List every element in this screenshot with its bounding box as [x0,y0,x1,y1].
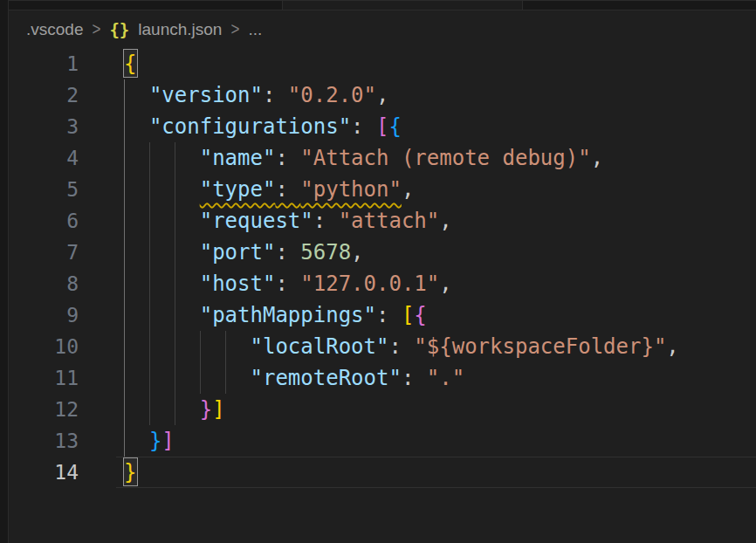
code-editor[interactable]: 1{2 "version": "0.2.0",3 "configurations… [9,48,756,488]
code-token [124,114,149,139]
line-number[interactable]: 1 [9,48,79,79]
code-line-content[interactable]: "version": "0.2.0", [124,79,756,111]
indent-guide [149,205,150,237]
code-token: , [591,146,603,170]
code-token [124,177,200,202]
code-token: "${workspaceFolder}" [414,334,666,359]
code-token: : [275,240,300,265]
breadcrumb-file[interactable]: launch.json [138,20,222,39]
code-line-content[interactable]: }] [124,394,756,425]
code-line-content[interactable]: "localRoot": "${workspaceFolder}", [124,331,756,362]
indent-guide [149,299,150,331]
code-line-content[interactable]: "request": "attach", [124,205,756,237]
indent-guide [149,142,150,174]
code-token: "version" [149,83,263,107]
line-number[interactable]: 9 [9,299,79,331]
line-number[interactable]: 10 [9,331,79,362]
code-token: "python" [300,177,402,202]
code-token: , [439,272,451,296]
tab-separator [282,1,283,10]
json-braces-icon: {} [109,20,129,39]
code-token [124,272,200,296]
indent-guide [149,237,150,268]
indent-guide [124,394,125,425]
code-token: ] [162,429,174,453]
code-token: : [275,272,300,296]
code-token: "name" [200,146,276,170]
code-line-content[interactable]: { [124,48,756,79]
code-token: "localRoot" [251,334,389,359]
code-token: : [388,334,414,359]
line-number[interactable]: 5 [9,174,79,205]
code-token: "Attach (remote debug)" [300,146,590,170]
code-line: 2 "version": "0.2.0", [9,79,756,111]
code-token: "127.0.0.1" [300,272,439,296]
line-number[interactable]: 7 [9,237,79,268]
indent-guide [175,174,175,205]
indent-guide [124,331,125,362]
code-line-content[interactable]: "remoteRoot": "." [124,362,756,394]
indent-guide [175,362,175,394]
indent-guide [175,331,175,362]
code-token: , [402,177,414,202]
chevron-right-icon: > [92,19,100,39]
code-token: { [124,52,136,76]
indent-guide [124,268,125,299]
line-number[interactable]: 14 [9,457,79,488]
indent-guide [149,268,150,299]
code-token: { [414,303,426,327]
code-token: "pathMappings" [200,303,376,327]
code-line-content[interactable]: "pathMappings": [{ [124,299,756,331]
breadcrumb-symbol-more[interactable]: ... [248,20,262,39]
code-token: "0.2.0" [288,83,376,107]
code-token [124,303,200,327]
code-line-content[interactable]: "type": "python", [124,174,756,205]
code-line-content[interactable]: "name": "Attach (remote debug)", [124,142,756,174]
code-token: : [402,366,427,390]
indent-guide [175,394,175,425]
line-number[interactable]: 11 [9,362,79,394]
code-line-content[interactable]: }] [124,425,756,457]
code-token: "host" [200,272,276,296]
line-number[interactable]: 8 [9,268,79,299]
code-token: { [388,114,401,139]
chevron-right-icon: > [230,19,239,39]
line-number[interactable]: 6 [9,205,79,237]
indent-guide [149,174,150,205]
tab-fragment [282,1,522,10]
line-number[interactable]: 13 [9,425,79,457]
code-token [124,83,149,107]
code-token: "port" [200,240,276,265]
code-line-content[interactable]: "port": 5678, [124,237,756,268]
line-number[interactable]: 3 [9,111,79,142]
code-token: , [376,83,388,107]
line-number[interactable]: 12 [9,394,79,425]
line-number[interactable]: 2 [9,79,79,111]
indent-guide [124,237,125,268]
warning-squiggle: "type": "python" [200,177,402,202]
code-token: 5678 [300,240,351,265]
indent-guide [175,299,175,331]
code-token: , [439,209,451,233]
breadcrumb-folder[interactable]: .vscode [26,20,83,39]
code-line: 6 "request": "attach", [9,205,756,237]
code-token: : [275,177,300,202]
code-token: : [376,303,402,327]
code-line-content[interactable]: "host": "127.0.0.1", [124,268,756,299]
sidebar-edge [0,0,9,543]
code-token [124,209,200,233]
code-token [124,240,200,265]
indent-guide [225,362,226,394]
code-token [124,334,251,359]
indent-guide [225,331,226,362]
code-token: "." [427,366,464,390]
code-line-content[interactable]: "configurations": [{ [124,111,756,142]
code-token [124,429,149,453]
indent-guide [175,268,175,299]
indent-guide [124,79,125,111]
line-number[interactable]: 4 [9,142,79,174]
code-line: 4 "name": "Attach (remote debug)", [9,142,756,174]
code-line-content[interactable]: } [124,457,756,488]
code-line: 14} [9,457,756,488]
indent-guide [124,362,125,394]
